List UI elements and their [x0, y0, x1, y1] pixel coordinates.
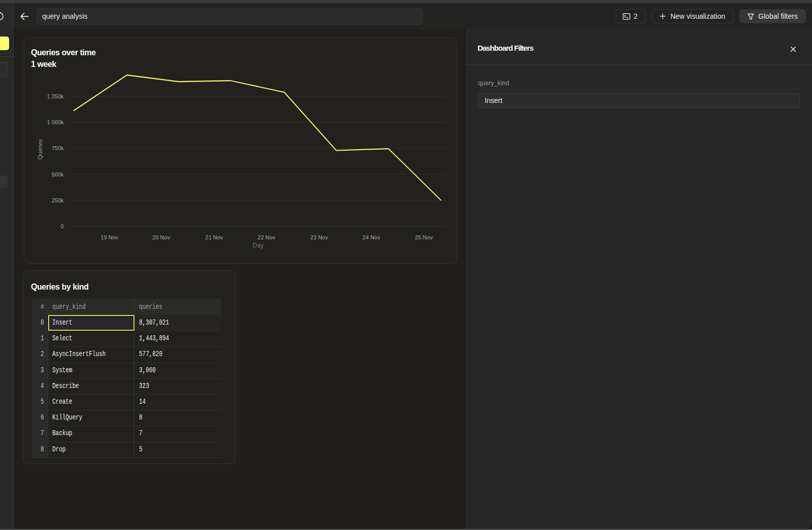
svg-text:23 Nov: 23 Nov	[310, 234, 328, 240]
svg-text:Day: Day	[253, 242, 263, 249]
svg-text:19 Nov: 19 Nov	[100, 234, 118, 240]
svg-text:1 250k: 1 250k	[47, 93, 64, 99]
svg-text:24 Nov: 24 Nov	[362, 234, 380, 240]
svg-text:20 Nov: 20 Nov	[152, 234, 170, 240]
svg-text:21 Nov: 21 Nov	[206, 234, 223, 240]
svg-text:500k: 500k	[52, 171, 64, 178]
svg-text:22 Nov: 22 Nov	[258, 234, 276, 240]
svg-text:25 Nov: 25 Nov	[415, 234, 433, 240]
svg-text:250k: 250k	[52, 197, 64, 203]
svg-text:750k: 750k	[52, 145, 64, 151]
svg-text:0: 0	[60, 223, 63, 229]
svg-text:Queries: Queries	[37, 139, 43, 160]
svg-text:1 000k: 1 000k	[47, 119, 64, 125]
